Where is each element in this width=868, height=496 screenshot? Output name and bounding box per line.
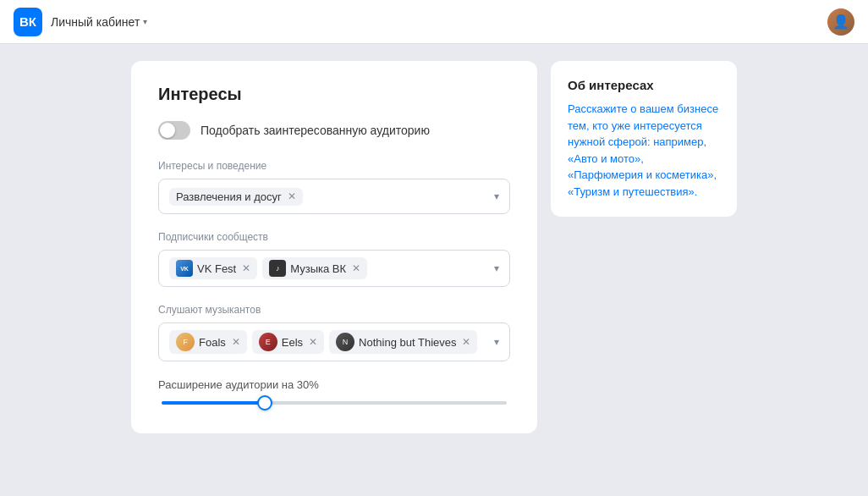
toggle-row: Подобрать заинтересованную аудиторию: [158, 121, 510, 140]
audience-toggle[interactable]: [158, 121, 190, 140]
communities-tags: VK VK Fest ✕ ♪ Музыка ВК ✕: [169, 257, 367, 279]
main-card: Интересы Подобрать заинтересованную ауди…: [131, 61, 537, 433]
nbt-label: Nothing but Thieves: [359, 336, 456, 349]
foals-avatar: F: [176, 333, 195, 351]
remove-vkfest-button[interactable]: ✕: [242, 263, 250, 273]
eels-avatar: E: [259, 333, 277, 351]
interests-chevron-icon: ▾: [494, 190, 499, 202]
list-item: E Eels ✕: [252, 330, 324, 354]
remove-eels-button[interactable]: ✕: [309, 337, 317, 347]
music-vk-icon: ♪: [269, 260, 286, 277]
navbar-chevron-icon: ▾: [143, 17, 147, 26]
page-title: Интересы: [158, 85, 510, 104]
navbar-left: ВК Личный кабинет ▾: [14, 8, 147, 36]
slider-section: Расширение аудитории на 30%: [158, 378, 510, 405]
list-item: N Nothing but Thieves ✕: [329, 330, 477, 354]
list-item: Развлечения и досуг ✕: [169, 188, 303, 206]
vkfest-icon: VK: [176, 260, 193, 277]
interests-label: Интересы и поведение: [158, 160, 510, 172]
info-card: Об интересах Расскажите о вашем бизнесе …: [551, 61, 737, 217]
interests-tags: Развлечения и досуг ✕: [169, 188, 303, 206]
remove-nbt-button[interactable]: ✕: [462, 337, 470, 347]
remove-musicvk-button[interactable]: ✕: [352, 263, 360, 273]
musicians-tags: F Foals ✕ E Eels ✕ N Nothing but Thieves…: [169, 330, 477, 354]
communities-label: Подписчики сообществ: [158, 231, 510, 243]
musicians-select[interactable]: F Foals ✕ E Eels ✕ N Nothing but Thieves…: [158, 322, 510, 361]
communities-chevron-icon: ▾: [494, 262, 499, 274]
slider-label: Расширение аудитории на 30%: [158, 378, 510, 391]
remove-tag-button[interactable]: ✕: [288, 191, 296, 201]
nbt-avatar: N: [336, 333, 354, 351]
navbar: ВК Личный кабинет ▾: [0, 0, 868, 44]
musicians-chevron-icon: ▾: [494, 336, 499, 348]
audience-slider-track: [162, 401, 507, 405]
communities-select[interactable]: VK VK Fest ✕ ♪ Музыка ВК ✕ ▾: [158, 250, 510, 287]
navbar-title[interactable]: Личный кабинет ▾: [51, 15, 147, 29]
interests-select[interactable]: Развлечения и досуг ✕ ▾: [158, 179, 510, 214]
list-item: VK VK Fest ✕: [169, 257, 257, 279]
musicians-label: Слушают музыкантов: [158, 304, 510, 316]
avatar[interactable]: [827, 8, 854, 36]
list-item: ♪ Музыка ВК ✕: [262, 257, 367, 279]
toggle-label: Подобрать заинтересованную аудиторию: [201, 124, 430, 137]
info-card-text: Расскажите о вашем бизнесе тем, кто уже …: [568, 101, 720, 200]
remove-foals-button[interactable]: ✕: [232, 337, 240, 347]
info-card-title: Об интересах: [568, 78, 720, 92]
list-item: F Foals ✕: [169, 330, 247, 354]
content-area: Интересы Подобрать заинтересованную ауди…: [0, 44, 868, 496]
vk-logo-icon[interactable]: ВК: [14, 8, 42, 36]
